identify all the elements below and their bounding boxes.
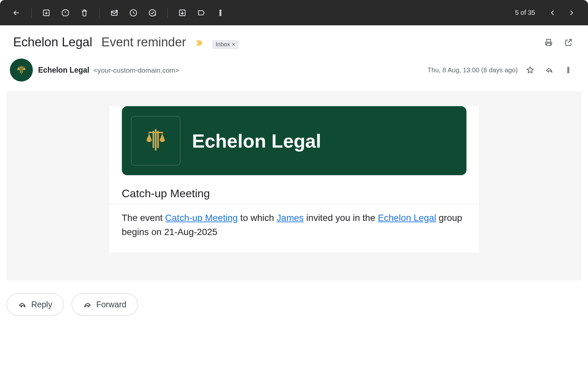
email-body: Echelon Legal Catch-up Meeting The event… (7, 91, 581, 280)
subject-main: Event reminder (102, 35, 186, 49)
subject-prefix: Echelon Legal (13, 35, 92, 49)
sender-avatar[interactable] (10, 59, 33, 82)
prev-icon[interactable] (544, 5, 561, 21)
desc-text: to which (238, 213, 277, 223)
toolbar-separator (99, 8, 100, 18)
open-external-icon[interactable] (562, 36, 575, 49)
archive-icon[interactable] (38, 5, 55, 21)
close-icon[interactable]: × (232, 41, 236, 48)
back-icon[interactable] (8, 5, 25, 21)
forward-arrow-icon (83, 300, 92, 309)
label-chip[interactable]: Inbox× (213, 40, 239, 49)
timestamp: Thu, 8 Aug, 13:00 (8 days ago) (427, 66, 518, 74)
reply-label: Reply (31, 300, 52, 309)
brand-banner: Echelon Legal (122, 106, 466, 175)
sender-row: Echelon Legal <your-custom-domain.com> T… (0, 53, 588, 91)
spam-icon[interactable] (57, 5, 74, 21)
desc-text: invited you in the (304, 213, 378, 223)
reply-icon[interactable] (543, 63, 556, 77)
labels-icon[interactable] (193, 5, 210, 21)
more-icon[interactable] (562, 63, 575, 77)
pager-text: 5 of 35 (515, 9, 535, 16)
group-link[interactable]: Echelon Legal (378, 213, 436, 223)
svg-point-2 (116, 10, 118, 11)
snooze-icon[interactable] (125, 5, 142, 21)
brand-title: Echelon Legal (192, 130, 321, 152)
delete-icon[interactable] (76, 5, 93, 21)
svg-point-6 (220, 10, 221, 11)
event-title: Catch-up Meeting (109, 182, 479, 204)
svg-point-8 (220, 14, 221, 15)
svg-point-10 (568, 69, 569, 71)
svg-point-11 (568, 71, 569, 73)
mark-unread-icon[interactable] (106, 5, 123, 21)
sender-meta: Thu, 8 Aug, 13:00 (8 days ago) (427, 63, 575, 77)
svg-point-9 (568, 67, 569, 68)
event-link[interactable]: Catch-up Meeting (165, 213, 238, 223)
star-icon[interactable] (524, 63, 537, 77)
toolbar-separator (167, 8, 168, 18)
move-to-icon[interactable] (174, 5, 191, 21)
toolbar: 5 of 35 (0, 0, 588, 25)
sender-info: Echelon Legal <your-custom-domain.com> (38, 66, 179, 75)
add-task-icon[interactable] (144, 5, 161, 21)
brand-logo-icon (131, 116, 180, 165)
sender-name: Echelon Legal (38, 66, 89, 74)
event-description: The event Catch-up Meeting to which Jame… (109, 204, 479, 246)
svg-point-7 (220, 12, 221, 13)
forward-label: Forward (96, 300, 126, 309)
sender-email: <your-custom-domain.com> (93, 66, 179, 74)
reply-arrow-icon (18, 300, 27, 309)
more-icon[interactable] (212, 5, 229, 21)
header-actions (542, 36, 575, 49)
action-bar: Reply Forward (0, 280, 588, 329)
desc-text: The event (122, 213, 165, 223)
print-icon[interactable] (542, 36, 555, 49)
forward-button[interactable]: Forward (72, 294, 138, 316)
reply-button[interactable]: Reply (7, 294, 64, 316)
label-chip-text: Inbox (216, 41, 230, 48)
email-card: Echelon Legal Catch-up Meeting The event… (109, 106, 479, 252)
next-icon[interactable] (563, 5, 580, 21)
subject-group: Echelon Legal Event reminder Inbox× (13, 35, 534, 49)
inviter-link[interactable]: James (277, 213, 304, 223)
email-header: Echelon Legal Event reminder Inbox× (0, 25, 588, 53)
toolbar-separator (31, 8, 32, 18)
important-marker-icon[interactable] (195, 40, 203, 48)
